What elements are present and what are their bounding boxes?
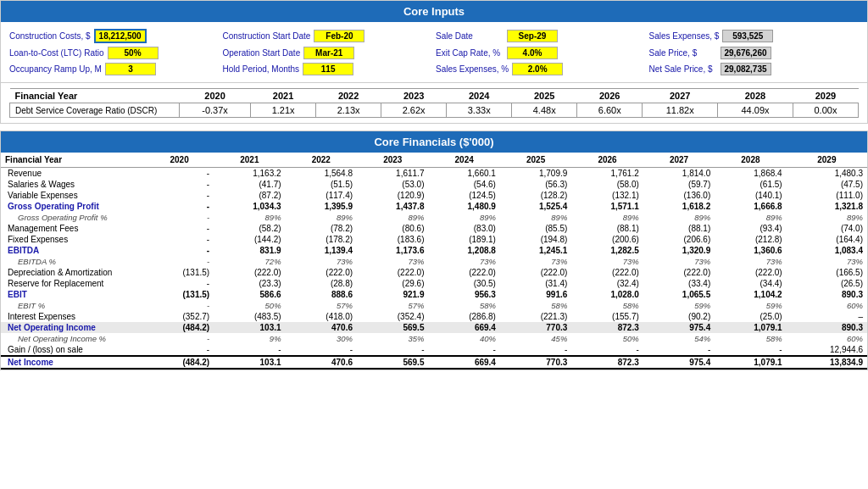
row-label: Net Income [1,356,145,369]
operation-start-value[interactable]: Mar-21 [303,47,354,59]
row-val-0: (484.2) [145,356,214,369]
ltc-label: Loan-to-Cost (LTC) Ratio [9,48,104,58]
row-val-4: (83.0) [428,223,499,234]
row-val-2: (117.4) [286,190,357,201]
row-val-3: 569.5 [357,322,428,333]
row-val-6: (132.1) [571,190,643,201]
dscr-2029: 0.00x [793,103,858,118]
row-val-8: (212.8) [715,234,786,245]
row-val-4: (54.6) [428,179,499,190]
row-val-6: - [571,344,643,356]
ltc-value[interactable]: 50% [108,47,159,59]
fin-row-5: Gross Operating Profit %-89%89%89%89%89%… [1,212,867,223]
row-val-7: - [643,344,715,356]
fin-year-2023: 2023 [357,153,428,168]
row-val-1: (58.2) [214,223,285,234]
input-row-10: Hold Period, Months 115 [223,63,433,75]
occupancy-label: Occupancy Ramp Up, M [9,64,102,74]
row-val-6: 872.3 [571,356,643,369]
row-val-6: (88.1) [571,223,643,234]
row-val-8: 89% [715,212,786,223]
sales-expenses-dollar-value: 593,525 [722,30,773,42]
construction-start-label: Construction Start Date [223,31,311,41]
row-val-5: (31.4) [500,278,571,289]
row-val-3: (222.0) [357,267,428,278]
row-val-0: - [145,179,214,190]
net-sale-price-label: Net Sale Price, $ [649,64,717,74]
row-val-9: 73% [787,256,867,267]
row-val-2: 1,564.8 [286,168,357,180]
row-label: Fixed Expenses [1,234,145,245]
row-label: Revenue [1,168,145,180]
row-val-9: 60% [787,300,867,311]
row-val-8: (140.1) [715,190,786,201]
exit-cap-value[interactable]: 4.0% [507,47,558,59]
row-val-5: 770.3 [500,356,571,369]
row-val-7: 59% [643,300,715,311]
exit-cap-label: Exit Cap Rate, % [436,48,504,58]
row-val-4: 1,208.8 [428,245,499,256]
row-val-7: (59.7) [643,179,715,190]
dscr-2020: -0.37x [180,103,251,118]
sale-date-value[interactable]: Sep-29 [507,30,558,42]
row-val-4: (222.0) [428,267,499,278]
row-val-7: 1,618.2 [643,201,715,212]
row-label: Salaries & Wages [1,179,145,190]
dscr-2021: 1.21x [251,103,316,118]
row-val-0: - [145,344,214,356]
row-val-9: 1,321.8 [787,201,867,212]
row-val-7: 89% [643,212,715,223]
row-val-6: (155.7) [571,311,643,322]
row-val-1: 103.1 [214,356,285,369]
construction-start-value[interactable]: Feb-20 [314,30,364,42]
row-val-9: 890.3 [787,322,867,333]
row-val-2: 1,395.9 [286,201,357,212]
financial-year-label: Financial Year [10,89,180,103]
sales-expenses-pct-value[interactable]: 2.0% [512,63,563,75]
row-val-0: - [145,168,214,180]
row-val-3: 1,173.6 [357,245,428,256]
fin-row-4: Gross Operating Profit-1,034.31,395.91,4… [1,201,867,212]
row-val-5: (56.3) [500,179,571,190]
occupancy-value[interactable]: 3 [105,63,156,75]
row-val-5: 1,245.1 [500,245,571,256]
row-val-0: - [145,245,214,256]
row-label: Reserve for Replacement [1,278,145,289]
fy-2023: 2023 [381,89,447,103]
row-val-8: 1,868.4 [715,168,786,180]
row-val-9: (74.0) [787,223,867,234]
fy-2027: 2027 [643,89,718,103]
row-val-4: 956.3 [428,289,499,300]
row-val-2: 470.6 [286,322,357,333]
input-row-6: Operation Start Date Mar-21 [223,47,433,59]
row-label: Variable Expenses [1,190,145,201]
fin-row-1: Revenue-1,163.21,564.81,611.71,660.11,70… [1,168,867,180]
row-val-5: (194.8) [500,234,571,245]
row-val-1: (483.5) [214,311,285,322]
row-val-3: 569.5 [357,356,428,369]
dscr-2025: 4.48x [512,103,577,118]
construction-costs-value[interactable]: 18,212,500 [94,29,147,43]
hold-period-value[interactable]: 115 [303,63,353,75]
row-val-7: 975.4 [643,322,715,333]
row-label: Gain / (loss) on sale [1,344,145,356]
fin-row-2: Salaries & Wages-(41.7)(51.5)(53.0)(54.6… [1,179,867,190]
row-val-4: (189.1) [428,234,499,245]
row-val-1: 89% [214,212,285,223]
row-val-5: 58% [500,300,571,311]
row-val-1: (41.7) [214,179,285,190]
row-label: Net Operating Income % [1,333,145,344]
row-val-1: 586.6 [214,289,285,300]
fin-year-2027: 2027 [643,153,715,168]
row-val-2: (222.0) [286,267,357,278]
row-val-2: (51.5) [286,179,357,190]
row-val-4: (124.5) [428,190,499,201]
row-val-8: 1,360.6 [715,245,786,256]
core-financials-section: Core Financials ($'000) Financial Year20… [0,131,868,370]
sale-date-label: Sale Date [436,31,504,41]
row-val-3: 35% [357,333,428,344]
fy-2029: 2029 [793,89,858,103]
dscr-2022: 2.13x [316,103,381,118]
row-val-1: (222.0) [214,267,285,278]
row-val-0: - [145,212,214,223]
